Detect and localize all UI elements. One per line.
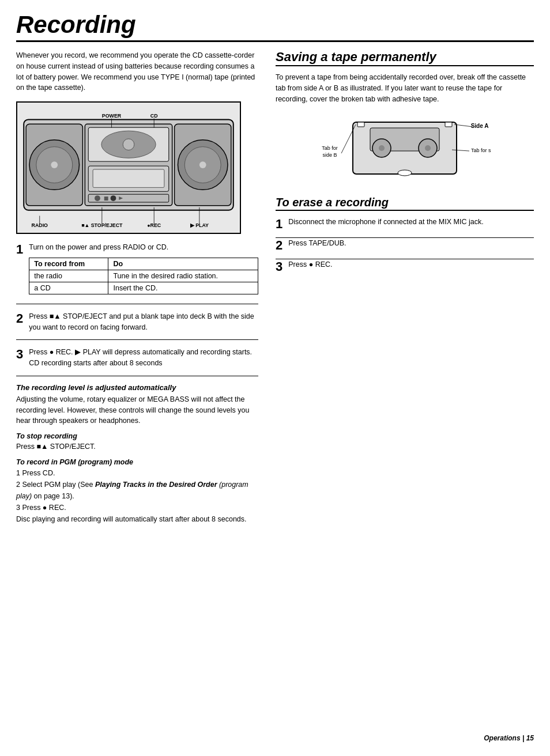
step3-main-text: Press ● REC. [29,348,73,356]
svg-text:CD: CD [150,113,158,119]
erase-step-row: 1 Disconnect the microphone if connected… [276,217,534,232]
table-row-do: Tune in the desired radio station. [108,270,258,282]
step2-number: 2 [16,311,23,326]
saving-section: Saving a tape permanently To prevent a t… [276,50,534,185]
svg-text:Tab for side A: Tab for side A [471,148,491,153]
svg-rect-18 [104,196,108,201]
saving-text: To prevent a tape from being accidentall… [276,72,534,104]
auto-level-heading: The recording level is adjusted automati… [16,383,258,392]
erase-heading: To erase a recording [276,196,534,211]
erase-step-row: 3 Press ● REC. [276,259,534,274]
svg-rect-15 [93,169,164,187]
record-table: To record from Do the radioTune in the d… [29,258,258,294]
svg-rect-40 [445,122,452,127]
svg-text:Tab for: Tab for [322,145,338,151]
svg-point-13 [123,139,134,150]
erase-steps: 1 Disconnect the microphone if connected… [276,217,534,280]
step3-row: 3 Press ● REC. ▶ PLAY will depress autom… [16,347,258,369]
step2-block: 2 Press ■▲ STOP/EJECT and put a blank ta… [16,311,258,341]
page: Recording Whenever you record, we recomm… [0,0,550,756]
table-col2-header: Do [108,258,258,270]
auto-level-text: Adjusting the volume, rotary equalizer o… [16,394,258,426]
erase-step-row: 2 Press TAPE/DUB. [276,238,534,253]
svg-point-5 [51,161,58,168]
step2-content: Press ■▲ STOP/EJECT and put a blank tape… [29,311,258,333]
erase-section: To erase a recording 1 Disconnect the mi… [276,196,534,280]
erase-step-content: Disconnect the microphone if connected a… [288,217,534,228]
pgm-step: 1 Press CD. [16,467,258,479]
svg-text:Side A: Side A [471,123,489,129]
erase-step-number: 2 [276,238,282,253]
erase-step-text: Press ● REC. [288,260,332,269]
erase-step-block: 3 Press ● REC. [276,259,534,280]
step1-row: 1 Turn on the power and press RADIO or C… [16,242,258,297]
svg-point-17 [95,195,100,201]
step3-block: 3 Press ● REC. ▶ PLAY will depress autom… [16,347,258,376]
step3-number: 3 [16,347,23,362]
svg-text:side B: side B [322,152,337,158]
erase-step-content: Press TAPE/DUB. [288,238,534,249]
step1-block: 1 Turn on the power and press RADIO or C… [16,242,258,304]
erase-step-content: Press ● REC. [288,259,534,270]
step3-content: Press ● REC. ▶ PLAY will depress automat… [29,347,258,369]
main-content: Whenever you record, we recommend you op… [16,50,534,528]
tape-diagram: Side A Tab for side B Tab for side A [318,111,491,186]
step2-text: Press ■▲ STOP/EJECT and put a blank tape… [29,312,254,331]
svg-rect-39 [357,122,364,127]
erase-step-block: 2 Press TAPE/DUB. [276,238,534,259]
pgm-step: Disc playing and recording will automati… [16,513,258,525]
erase-step-text: Press TAPE/DUB. [288,239,346,247]
svg-point-36 [379,145,385,151]
device-svg: POWER CD RADIO ■▲ STOP/EJECT ●REC ▶ PLAY [17,103,240,233]
table-row-do: Insert the CD. [108,282,258,294]
table-row-from: the radio [29,270,108,282]
step1-content: Turn on the power and press RADIO or CD.… [29,242,258,297]
tape-svg: Side A Tab for side B Tab for side A [318,111,491,186]
stop-recording-text: Press ■▲ STOP/EJECT. [16,441,258,452]
erase-step-block: 1 Disconnect the microphone if connected… [276,217,534,238]
erase-step-number: 3 [276,259,282,274]
table-col1-header: To record from [29,258,108,270]
erase-heading-text: To erase a recording [276,196,389,209]
stop-recording-section: To stop recording Press ■▲ STOP/EJECT. [16,432,258,452]
erase-step-number: 1 [276,217,282,232]
saving-heading-text: Saving a tape permanently [276,50,436,64]
title-section: Recording [16,12,534,42]
svg-point-48 [398,170,412,176]
pgm-section: To record in PGM (program) mode 1 Press … [16,458,258,525]
svg-text:POWER: POWER [102,113,122,119]
device-diagram: POWER CD RADIO ■▲ STOP/EJECT ●REC ▶ PLAY [16,101,241,234]
page-title: Recording [16,12,534,38]
saving-heading: Saving a tape permanently [276,50,534,66]
svg-point-9 [199,161,206,168]
step1-number: 1 [16,242,23,257]
pgm-step: 3 Press ● REC. [16,502,258,513]
step2-row: 2 Press ■▲ STOP/EJECT and put a blank ta… [16,311,258,333]
page-footer: Operations | 15 [484,734,534,742]
pgm-list: 1 Press CD.2 Select PGM play (See Playin… [16,467,258,525]
svg-point-38 [425,145,431,151]
step1-text: Turn on the power and press RADIO or CD. [29,243,168,251]
auto-level-section: The recording level is adjusted automati… [16,383,258,426]
svg-rect-16 [88,194,169,202]
pgm-heading: To record in PGM (program) mode [16,458,258,466]
stop-recording-heading: To stop recording [16,432,258,440]
left-column: Whenever you record, we recommend you op… [16,50,258,528]
erase-step-text: Disconnect the microphone if connected a… [288,218,483,226]
table-row-from: a CD [29,282,108,294]
pgm-step: 2 Select PGM play (See Playing Tracks in… [16,479,258,502]
intro-paragraph: Whenever you record, we recommend you op… [16,50,258,93]
svg-point-19 [111,195,116,201]
right-column: Saving a tape permanently To prevent a t… [276,50,534,528]
